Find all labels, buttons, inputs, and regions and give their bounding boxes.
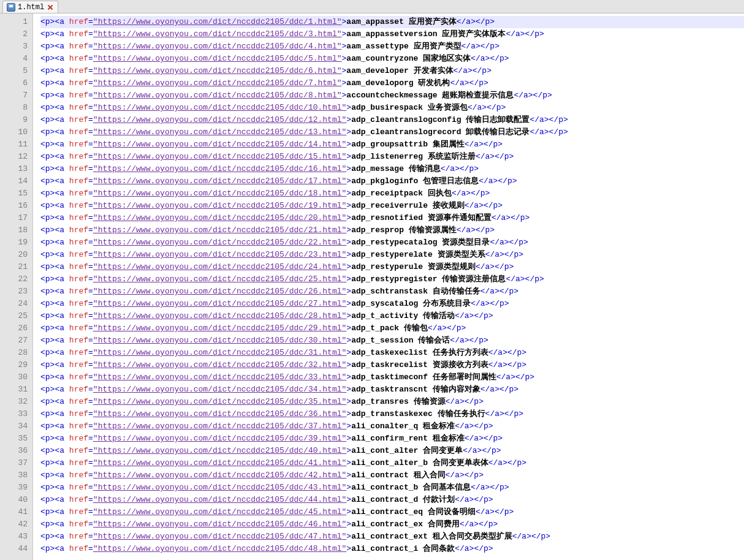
line-number: 12	[0, 151, 28, 163]
line-number: 7	[0, 89, 28, 102]
line-number: 15	[0, 187, 28, 200]
close-icon[interactable]	[47, 4, 54, 11]
code-line[interactable]: <p><a href="https://www.oyonyou.com/dict…	[40, 102, 744, 114]
line-number: 43	[0, 531, 28, 543]
code-line[interactable]: <p><a href="https://www.oyonyou.com/dict…	[40, 249, 744, 261]
code-line[interactable]: <p><a href="https://www.oyonyou.com/dict…	[40, 273, 744, 286]
code-line[interactable]: <p><a href="https://www.oyonyou.com/dict…	[40, 506, 744, 518]
line-number: 29	[0, 359, 28, 371]
line-number: 23	[0, 286, 28, 298]
line-number: 28	[0, 347, 28, 359]
code-line[interactable]: <p><a href="https://www.oyonyou.com/dict…	[40, 77, 744, 89]
code-line[interactable]: <p><a href="https://www.oyonyou.com/dict…	[40, 518, 744, 531]
tab-filename: 1.html	[18, 3, 44, 12]
line-number: 38	[0, 469, 28, 482]
code-line[interactable]: <p><a href="https://www.oyonyou.com/dict…	[40, 236, 744, 249]
line-number: 11	[0, 138, 28, 151]
code-line[interactable]: <p><a href="https://www.oyonyou.com/dict…	[40, 151, 744, 163]
code-line[interactable]: <p><a href="https://www.oyonyou.com/dict…	[40, 138, 744, 151]
line-number: 22	[0, 273, 28, 286]
code-line[interactable]: <p><a href="https://www.oyonyou.com/dict…	[40, 224, 744, 236]
code-line[interactable]: <p><a href="https://www.oyonyou.com/dict…	[40, 322, 744, 335]
code-line[interactable]: <p><a href="https://www.oyonyou.com/dict…	[40, 175, 744, 187]
code-line[interactable]: <p><a href="https://www.oyonyou.com/dict…	[40, 89, 744, 102]
line-number: 42	[0, 518, 28, 531]
code-line[interactable]: <p><a href="https://www.oyonyou.com/dict…	[40, 384, 744, 396]
code-line[interactable]: <p><a href="https://www.oyonyou.com/dict…	[40, 298, 744, 310]
line-number: 5	[0, 65, 28, 77]
code-line[interactable]: <p><a href="https://www.oyonyou.com/dict…	[40, 200, 744, 212]
line-number: 32	[0, 396, 28, 408]
code-line[interactable]: <p><a href="https://www.oyonyou.com/dict…	[40, 482, 744, 494]
line-number: 13	[0, 163, 28, 175]
line-number: 16	[0, 200, 28, 212]
line-number: 25	[0, 310, 28, 322]
code-line[interactable]: <p><a href="https://www.oyonyou.com/dict…	[40, 126, 744, 138]
line-number: 4	[0, 53, 28, 65]
line-number: 8	[0, 102, 28, 114]
code-line[interactable]: <p><a href="https://www.oyonyou.com/dict…	[40, 335, 744, 347]
code-line[interactable]: <p><a href="https://www.oyonyou.com/dict…	[40, 65, 744, 77]
line-number: 36	[0, 445, 28, 457]
code-line[interactable]: <p><a href="https://www.oyonyou.com/dict…	[40, 16, 744, 28]
code-area[interactable]: <p><a href="https://www.oyonyou.com/dict…	[33, 13, 744, 560]
line-number: 3	[0, 40, 28, 53]
code-editor[interactable]: 1234567891011121314151617181920212223242…	[0, 13, 744, 560]
code-line[interactable]: <p><a href="https://www.oyonyou.com/dict…	[40, 347, 744, 359]
line-number: 37	[0, 457, 28, 469]
code-line[interactable]: <p><a href="https://www.oyonyou.com/dict…	[40, 445, 744, 457]
line-number: 1	[0, 16, 28, 28]
code-line[interactable]: <p><a href="https://www.oyonyou.com/dict…	[40, 457, 744, 469]
code-line[interactable]: <p><a href="https://www.oyonyou.com/dict…	[40, 371, 744, 384]
code-line[interactable]: <p><a href="https://www.oyonyou.com/dict…	[40, 531, 744, 543]
code-line[interactable]: <p><a href="https://www.oyonyou.com/dict…	[40, 543, 744, 555]
line-number-gutter: 1234567891011121314151617181920212223242…	[0, 13, 33, 560]
line-number: 17	[0, 212, 28, 224]
line-number: 10	[0, 126, 28, 138]
line-number: 41	[0, 506, 28, 518]
code-line[interactable]: <p><a href="https://www.oyonyou.com/dict…	[40, 494, 744, 506]
line-number: 26	[0, 322, 28, 335]
line-number: 30	[0, 371, 28, 384]
code-line[interactable]: <p><a href="https://www.oyonyou.com/dict…	[40, 28, 744, 40]
line-number: 39	[0, 482, 28, 494]
code-line[interactable]: <p><a href="https://www.oyonyou.com/dict…	[40, 40, 744, 53]
code-line[interactable]: <p><a href="https://www.oyonyou.com/dict…	[40, 114, 744, 126]
line-number: 9	[0, 114, 28, 126]
tab-bar: 1.html	[0, 0, 744, 13]
file-tab[interactable]: 1.html	[2, 1, 58, 13]
line-number: 19	[0, 236, 28, 249]
code-line[interactable]: <p><a href="https://www.oyonyou.com/dict…	[40, 469, 744, 482]
line-number: 34	[0, 420, 28, 433]
save-icon	[7, 3, 15, 12]
line-number: 21	[0, 261, 28, 273]
code-line[interactable]: <p><a href="https://www.oyonyou.com/dict…	[40, 261, 744, 273]
code-line[interactable]: <p><a href="https://www.oyonyou.com/dict…	[40, 433, 744, 445]
code-line[interactable]: <p><a href="https://www.oyonyou.com/dict…	[40, 286, 744, 298]
code-line[interactable]: <p><a href="https://www.oyonyou.com/dict…	[40, 163, 744, 175]
code-line[interactable]: <p><a href="https://www.oyonyou.com/dict…	[40, 187, 744, 200]
code-line[interactable]: <p><a href="https://www.oyonyou.com/dict…	[40, 310, 744, 322]
line-number: 40	[0, 494, 28, 506]
code-line[interactable]: <p><a href="https://www.oyonyou.com/dict…	[40, 396, 744, 408]
line-number: 2	[0, 28, 28, 40]
line-number: 35	[0, 433, 28, 445]
code-line[interactable]: <p><a href="https://www.oyonyou.com/dict…	[40, 53, 744, 65]
code-line[interactable]: <p><a href="https://www.oyonyou.com/dict…	[40, 212, 744, 224]
line-number: 18	[0, 224, 28, 236]
line-number: 44	[0, 543, 28, 555]
line-number: 33	[0, 408, 28, 420]
code-line[interactable]: <p><a href="https://www.oyonyou.com/dict…	[40, 359, 744, 371]
code-line[interactable]: <p><a href="https://www.oyonyou.com/dict…	[40, 420, 744, 433]
line-number: 27	[0, 335, 28, 347]
line-number: 6	[0, 77, 28, 89]
line-number: 31	[0, 384, 28, 396]
line-number: 20	[0, 249, 28, 261]
line-number: 14	[0, 175, 28, 187]
code-line[interactable]: <p><a href="https://www.oyonyou.com/dict…	[40, 408, 744, 420]
line-number: 24	[0, 298, 28, 310]
